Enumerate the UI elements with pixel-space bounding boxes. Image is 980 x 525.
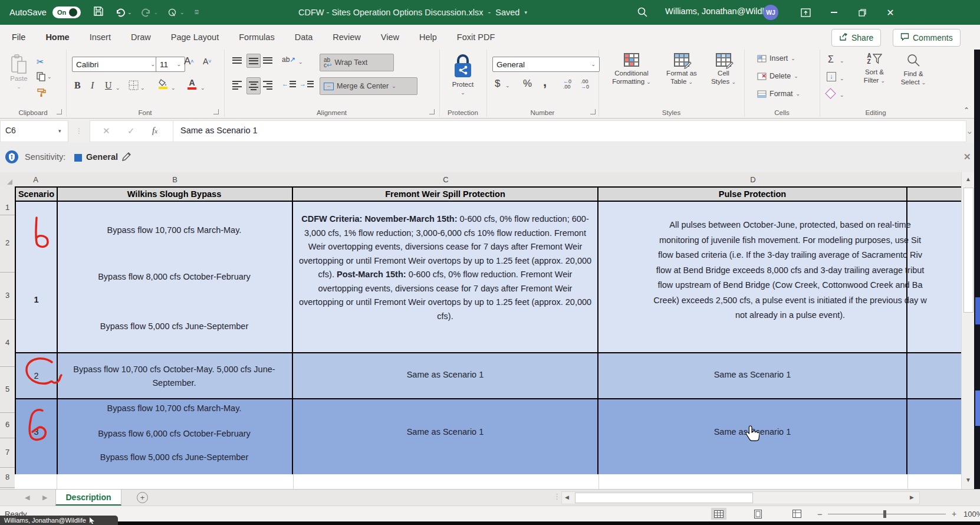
zoom-out-icon[interactable]: − [817, 509, 823, 519]
decrease-indent-icon[interactable]: ← [282, 79, 296, 88]
scrollbar-grip[interactable]: ⋮ [553, 492, 561, 501]
saved-status[interactable]: Saved [495, 8, 519, 17]
tab-review[interactable]: Review [330, 25, 363, 50]
align-middle-icon[interactable] [246, 54, 261, 68]
align-left-icon[interactable] [232, 79, 242, 91]
sheet-nav-left-icon[interactable]: ◀ [25, 494, 29, 501]
new-sheet-button[interactable]: + [137, 492, 148, 503]
tab-formulas[interactable]: Formulas [236, 25, 277, 50]
tab-help[interactable]: Help [417, 25, 439, 50]
collapse-ribbon-icon[interactable]: ⌃ [963, 106, 969, 114]
save-icon[interactable] [93, 5, 104, 19]
tab-data[interactable]: Data [292, 25, 315, 50]
vertical-scrollbar[interactable]: ▲ ▼ [961, 172, 975, 489]
italic-button[interactable]: I [91, 80, 94, 91]
decrease-font-icon[interactable]: A˅ [203, 57, 212, 66]
normal-view-icon[interactable] [711, 508, 726, 520]
bold-button[interactable]: B [74, 80, 81, 91]
tab-file[interactable]: File [9, 25, 28, 50]
column-header-extra[interactable] [907, 172, 962, 187]
fill-down-icon[interactable]: ↓ [827, 72, 836, 81]
quick-access-toolbar-chevron[interactable]: ⍗ [195, 9, 199, 16]
increase-indent-icon[interactable]: → [300, 79, 314, 88]
borders-chevron[interactable]: ⌄ [140, 85, 145, 91]
cell-a1[interactable]: Scenario [15, 188, 58, 202]
tab-page-layout[interactable]: Page Layout [169, 25, 221, 50]
font-color-chevron[interactable]: ⌄ [200, 85, 205, 91]
zoom-slider-thumb[interactable] [883, 510, 886, 518]
accounting-chevron[interactable]: ⌄ [505, 83, 510, 88]
number-format-combo[interactable]: General⌄ [492, 57, 600, 72]
avatar[interactable]: WJ [763, 5, 778, 20]
row-header-2[interactable]: 2 [0, 238, 15, 247]
sheet-nav-right-icon[interactable]: ▶ [42, 494, 47, 501]
cell-d1[interactable]: Pulse Protection [598, 188, 907, 202]
find-select-button[interactable]: Find & Select ⌄ [895, 53, 932, 87]
fill-chevron[interactable]: ⌄ [840, 76, 844, 81]
borders-icon[interactable] [129, 80, 139, 90]
merge-center-button[interactable]: ↔ Merge & Center⌄ [320, 77, 417, 95]
zoom-level[interactable]: 100% [963, 510, 980, 519]
cell-d5-same-as[interactable]: Same as Scenario 1 [598, 353, 907, 399]
page-layout-view-icon[interactable] [750, 508, 765, 520]
column-header-c[interactable]: C [293, 172, 599, 187]
sheet-tab-description[interactable]: Description [55, 490, 121, 506]
h-scroll-left-arrow[interactable]: ◀ [565, 494, 569, 500]
copy-icon[interactable]: ⌄ [37, 72, 52, 81]
cell-c1[interactable]: Fremont Weir Spill Protection [293, 188, 598, 202]
cell-b2-wilkins[interactable]: Bypass flow 10,700 cfs March-May. Bypass… [57, 202, 293, 353]
row-header-8[interactable]: 8 [0, 472, 15, 481]
share-button[interactable]: Share [831, 29, 881, 47]
comma-style-icon[interactable]: , [543, 74, 547, 90]
cell-b5-wilkins[interactable]: Bypass flow 10,700 cfs October-May. 5,00… [57, 353, 293, 399]
scroll-down-arrow[interactable]: ▼ [962, 477, 975, 483]
row-header-1[interactable]: 1 [0, 203, 15, 212]
touch-mouse-mode-icon[interactable]: ⌄ [167, 8, 185, 18]
scroll-up-arrow[interactable]: ▲ [962, 176, 975, 182]
underline-chevron[interactable]: ⌄ [116, 85, 120, 91]
cell-c2-fremont-criteria[interactable]: CDFW Criteria: November-March 15th: 0-60… [293, 202, 598, 353]
tab-view[interactable]: View [379, 25, 402, 50]
redo-button[interactable]: ⌄ [141, 7, 158, 18]
column-header-d[interactable]: D [598, 172, 908, 187]
autosum-icon[interactable]: Σ [828, 54, 834, 65]
percent-style-icon[interactable]: % [523, 78, 532, 90]
row-header-6[interactable]: 6 [0, 420, 15, 429]
row-9-empty[interactable] [15, 474, 961, 490]
horizontal-scrollbar[interactable]: ◀ ▶ [561, 491, 920, 504]
insert-cells-button[interactable]: Insert⌄ [757, 54, 795, 63]
tab-insert[interactable]: Insert [87, 25, 113, 50]
cell-c6-same-as[interactable]: Same as Scenario 1 [293, 399, 598, 474]
fill-color-chevron[interactable]: ⌄ [171, 85, 176, 91]
edit-sensitivity-icon[interactable] [121, 151, 132, 164]
font-color-icon[interactable]: A [188, 78, 196, 90]
minimize-button[interactable] [821, 0, 847, 25]
row-header-4[interactable]: 4 [0, 338, 15, 347]
decrease-decimal-icon[interactable]: .00→0 [581, 79, 589, 90]
tab-home[interactable]: Home [43, 23, 71, 51]
name-box-chevron[interactable]: ▾ [58, 128, 61, 134]
cell-styles-button[interactable]: Cell Styles ⌄ [706, 53, 741, 86]
close-button[interactable]: ✕ [877, 0, 903, 25]
restore-button[interactable] [849, 0, 875, 25]
undo-button[interactable]: ⌄ [115, 7, 132, 18]
page-break-preview-icon[interactable] [789, 508, 804, 520]
insert-function-icon[interactable]: fx [152, 119, 157, 143]
enter-icon[interactable]: ✓ [127, 119, 135, 143]
sensitivity-value[interactable]: General [86, 152, 118, 162]
column-header-b[interactable]: B [57, 172, 294, 187]
delete-cells-button[interactable]: Delete⌄ [757, 72, 798, 80]
format-painter-icon[interactable] [37, 87, 47, 97]
cell-b6-wilkins[interactable]: Bypass flow 10,700 cfs March-May. Bypass… [57, 399, 293, 474]
name-box[interactable]: C6 ▾ [0, 120, 68, 142]
sort-filter-button[interactable]: AZ Sort & Filter ⌄ [856, 53, 893, 85]
formula-bar-grip[interactable]: ⋮ [75, 119, 83, 143]
zoom-in-icon[interactable]: + [952, 509, 956, 519]
font-size-combo[interactable]: 11⌄ [156, 57, 185, 72]
ribbon-display-options-icon[interactable] [792, 0, 818, 25]
wrap-text-button[interactable]: abc↩ Wrap Text [320, 54, 394, 71]
autosum-chevron[interactable]: ⌄ [840, 58, 844, 64]
tab-foxit-pdf[interactable]: Foxit PDF [455, 25, 497, 50]
paste-button[interactable]: Paste⌄ [4, 54, 34, 91]
font-name-combo[interactable]: Calibri⌄ [72, 57, 159, 72]
